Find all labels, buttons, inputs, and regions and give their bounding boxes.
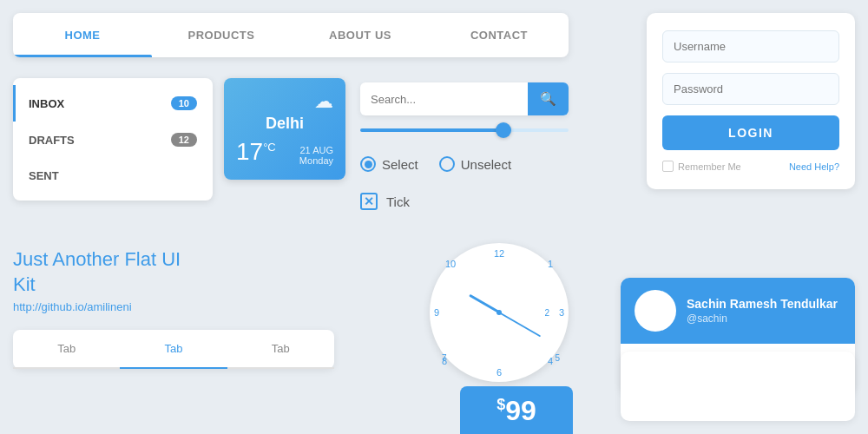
remember-checkbox[interactable] [662,161,674,172]
slider-fill [360,128,502,132]
navigation-bar: HOME PRODUCTS ABOUT US CONTACT [13,13,569,57]
radio-select[interactable]: Select [360,156,418,172]
inbox-badge-drafts: 12 [171,133,197,147]
need-help-link[interactable]: Need Help? [789,161,839,172]
clock-face: 12 1 3 4 6 8 9 10 2 5 7 11 [430,243,569,382]
avatar [635,290,676,332]
nav-about[interactable]: ABOUT US [291,13,430,57]
weather-cloud-icon: ☁ [314,90,333,113]
weather-widget: ☁ Delhi 17°C 21 AUG Monday [224,78,345,180]
price-box: $99 [460,386,573,434]
remember-label: Remember Me [678,161,741,172]
tab-1[interactable]: Tab [13,330,120,367]
remember-me-area[interactable]: Remember Me [662,161,741,172]
tab-2[interactable]: Tab [120,330,227,369]
clock-hour-hand [469,294,500,314]
tabs-header: Tab Tab Tab [13,330,334,369]
radio-group: Select Unselect [360,156,511,172]
profile-name: Sachin Ramesh Tendulkar [687,297,838,311]
search-input[interactable] [360,84,528,115]
sent-label: SENT [29,169,59,182]
nav-home[interactable]: HOME [13,13,152,57]
inbox-item-sent[interactable]: SENT [13,158,213,194]
clock-1: 1 [548,259,553,269]
search-area: 🔍 [360,82,569,115]
weather-date: 21 AUG Monday [299,145,333,166]
inbox-label: INBOX [29,97,64,110]
login-button[interactable]: LOGIN [662,115,839,150]
weather-temp: 17°C [236,138,276,166]
clock-center [496,310,502,315]
radio-circle-select [360,156,376,172]
brand-link[interactable]: http://github.io/amilineni [13,300,204,313]
radio-unselect[interactable]: Unselect [439,156,511,172]
inbox-panel: INBOX 10 DRAFTS 12 SENT [13,78,213,201]
password-input[interactable] [662,73,839,105]
profile-handle: @sachin [687,312,838,325]
radio-circle-unselect [439,156,455,172]
price-value: 99 [505,395,536,426]
price-currency: $ [496,396,505,413]
clock-3: 3 [559,307,564,318]
search-box: 🔍 [360,82,569,115]
inbox-item-inbox[interactable]: INBOX 10 [13,85,213,122]
clock-6: 6 [496,367,502,378]
login-panel: LOGIN Remember Me Need Help? [647,13,855,189]
clock-minute-hand [499,312,542,337]
clock-5: 5 [555,353,560,363]
profile-header: Sachin Ramesh Tendulkar @sachin [621,278,855,344]
slider-thumb[interactable] [496,122,511,138]
clock-4: 4 [548,356,553,366]
weather-city: Delhi [236,115,333,133]
username-input[interactable] [662,30,839,62]
tabs-panel: Tab Tab Tab [13,330,334,369]
nav-contact[interactable]: CONTACT [430,13,569,57]
checkbox-tick: ✕ [360,193,378,210]
search-button[interactable]: 🔍 [528,82,569,115]
inbox-item-drafts[interactable]: DRAFTS 12 [13,122,213,158]
clock-widget: 12 1 3 4 6 8 9 10 2 5 7 11 [421,234,577,391]
clock-12: 12 [494,248,504,259]
clock-7: 7 [442,353,447,363]
clock-9: 9 [434,307,439,318]
login-footer: Remember Me Need Help? [662,161,839,172]
profile-info: Sachin Ramesh Tendulkar @sachin [687,297,838,325]
inbox-badge-inbox: 10 [171,96,197,110]
tab-3[interactable]: Tab [227,330,334,367]
radio-label-unselect: Unselect [461,157,511,172]
radio-label-select: Select [382,157,418,172]
clock-10: 10 [445,259,456,269]
bottom-right-placeholder [621,352,855,421]
checkbox-label: Tick [386,194,410,209]
slider-track [360,128,569,132]
brand-title: Just Another Flat UI Kit [13,247,204,297]
slider-area [360,128,569,132]
clock-2: 2 [544,308,549,318]
checkbox-area[interactable]: ✕ Tick [360,193,410,210]
drafts-label: DRAFTS [29,134,75,147]
nav-products[interactable]: PRODUCTS [152,13,291,57]
brand-section: Just Another Flat UI Kit http://github.i… [13,247,204,313]
